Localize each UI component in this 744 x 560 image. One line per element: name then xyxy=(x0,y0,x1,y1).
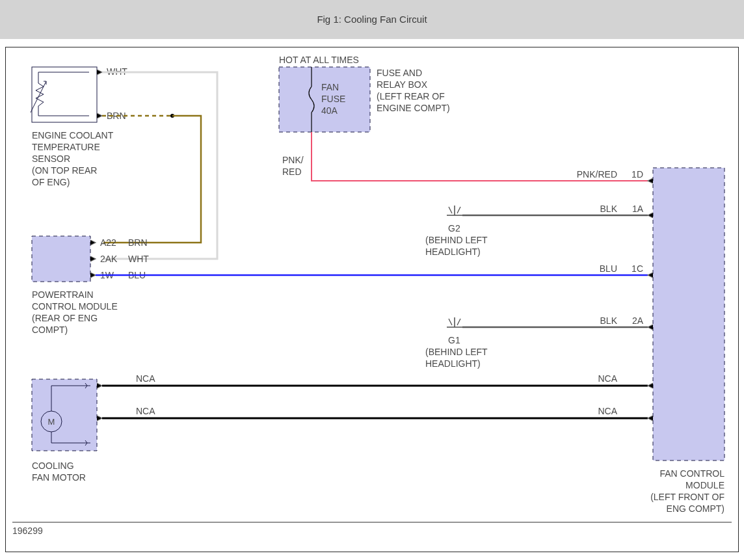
figure-title: Fig 1: Cooling Fan Circuit xyxy=(317,14,427,25)
ground-g1 xyxy=(447,317,462,327)
wiring-diagram: WHT BRN ENGINE COOLANT TEMPERATURE SENSO… xyxy=(6,47,738,552)
ground-g2 xyxy=(447,206,462,215)
pcm-pin-2ak-color: WHT xyxy=(128,254,149,264)
nca-bot-left: NCA xyxy=(136,406,155,416)
fc-pin-2a: 2A xyxy=(632,315,644,326)
fan-motor: M xyxy=(32,379,102,451)
g1-loc-2: HEADLIGHT) xyxy=(425,358,481,369)
pcm-label-1: POWERTRAIN xyxy=(32,289,94,300)
ect-label-1: ENGINE COOLANT xyxy=(32,130,114,140)
fc-pin-1d-color: PNK/RED xyxy=(577,169,617,180)
ect-label-3: SENSOR xyxy=(32,153,70,164)
fan-motor-label-2: FAN MOTOR xyxy=(32,472,86,483)
nca-top-left: NCA xyxy=(136,373,155,384)
fuse-txt-3: 40A xyxy=(321,105,338,116)
fc-pin-2a-color: BLK xyxy=(600,315,618,326)
fuse-box-label-2: RELAY BOX xyxy=(377,79,428,90)
ect-sensor xyxy=(31,67,102,122)
fuse-txt-1: FAN xyxy=(321,82,339,92)
fuse-box-label-4: ENGINE COMPT) xyxy=(377,103,450,113)
fc-pin-nca-bot: NCA xyxy=(598,406,617,416)
svg-rect-19 xyxy=(653,168,724,460)
fuse-box-label-1: FUSE AND xyxy=(377,68,422,78)
pcm-label-3: (REAR OF ENG xyxy=(32,313,98,323)
ect-label-5: OF ENG) xyxy=(32,177,70,187)
g1-loc-1: (BEHIND LEFT xyxy=(425,347,488,357)
g1-name: G1 xyxy=(448,335,460,345)
g2-loc-2: HEADLIGHT) xyxy=(425,247,481,257)
svg-rect-16 xyxy=(32,379,97,451)
fc-pin-1a-color: BLK xyxy=(600,204,618,214)
fc-label-3: (LEFT FRONT OF xyxy=(650,492,724,502)
fuse-box-label-3: (LEFT REAR OF xyxy=(377,91,445,101)
pcm-box xyxy=(32,236,96,282)
fc-pin-1c: 1C xyxy=(631,263,643,274)
doc-id: 196299 xyxy=(12,526,43,536)
wire-pnk-label-1: PNK/ xyxy=(282,155,304,165)
fuse-header: HOT AT ALL TIMES xyxy=(279,55,359,65)
wire-pnk-label-2: RED xyxy=(282,167,302,177)
pcm-pin-a22-color: BRN xyxy=(128,237,148,248)
motor-glyph: M xyxy=(48,417,55,427)
g2-loc-1: (BEHIND LEFT xyxy=(425,235,488,245)
ect-label-4: (ON TOP REAR xyxy=(32,165,97,176)
fc-pin-1c-color: BLU xyxy=(600,263,617,274)
g2-name: G2 xyxy=(448,223,460,233)
fan-control-module xyxy=(648,168,724,460)
svg-line-9 xyxy=(449,207,452,213)
fc-pin-1d: 1D xyxy=(631,169,643,180)
title-bar: Fig 1: Cooling Fan Circuit xyxy=(0,0,744,39)
pcm-label-4: COMPT) xyxy=(32,325,68,335)
fc-label-1: FAN CONTROL xyxy=(659,468,724,479)
wire-ect-wht xyxy=(102,72,217,259)
pcm-pin-2ak: 2AK xyxy=(100,254,118,264)
wire-ect-brn-solid xyxy=(103,116,201,243)
fc-label-2: MODULE xyxy=(685,480,724,490)
pcm-label-2: CONTROL MODULE xyxy=(32,301,118,312)
diagram-frame: WHT BRN ENGINE COOLANT TEMPERATURE SENSO… xyxy=(5,47,739,552)
svg-line-13 xyxy=(449,319,452,325)
fc-label-4: ENG COMPT) xyxy=(667,503,724,514)
fuse-txt-2: FUSE xyxy=(321,94,345,104)
fc-pin-1a: 1A xyxy=(632,204,644,214)
pcm-pin-a22: A22 xyxy=(100,237,116,248)
ect-label-2: TEMPERATURE xyxy=(32,142,100,152)
svg-line-14 xyxy=(457,319,460,325)
fan-motor-label-1: COOLING xyxy=(32,460,74,471)
fc-pin-nca-top: NCA xyxy=(598,373,617,384)
svg-rect-0 xyxy=(32,67,97,122)
svg-rect-2 xyxy=(32,236,90,282)
svg-line-10 xyxy=(457,207,460,213)
